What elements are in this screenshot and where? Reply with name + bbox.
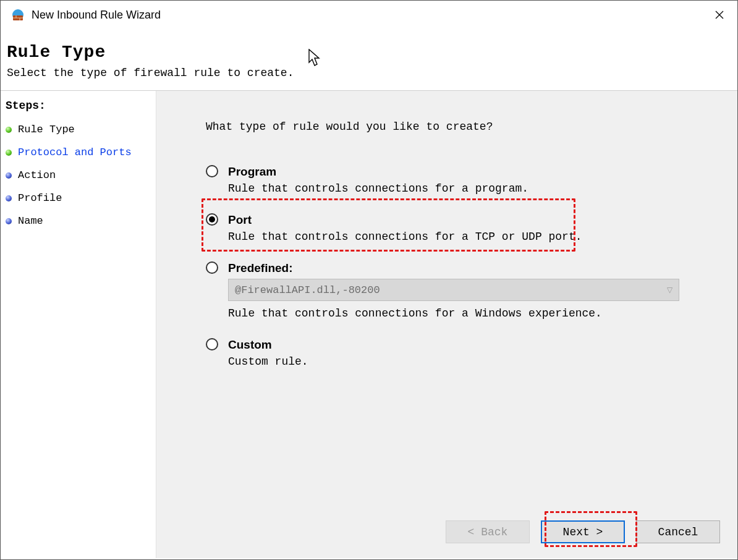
close-button[interactable] bbox=[705, 1, 734, 29]
radio-port[interactable] bbox=[206, 213, 218, 226]
page-title: Rule Type bbox=[7, 43, 731, 62]
option-custom: Custom Custom rule. bbox=[206, 334, 713, 379]
bullet-icon bbox=[6, 195, 12, 202]
radio-custom[interactable] bbox=[206, 338, 218, 350]
bullet-icon bbox=[6, 218, 12, 224]
header: Rule Type Select the type of firewall ru… bbox=[1, 29, 737, 90]
option-program: Program Rule that controls connections f… bbox=[206, 161, 713, 206]
option-desc: Custom rule. bbox=[228, 355, 713, 368]
option-desc: Rule that controls connections for a TCP… bbox=[228, 231, 713, 243]
next-label: Next > bbox=[563, 526, 603, 538]
bullet-icon bbox=[6, 127, 12, 133]
cancel-button[interactable]: Cancel bbox=[636, 520, 720, 543]
bullet-icon bbox=[6, 150, 12, 156]
option-predefined: Predefined: @FirewallAPI.dll,-80200 ▽ Ru… bbox=[206, 258, 713, 331]
body: Steps: Rule Type Protocol and Ports Acti… bbox=[1, 91, 737, 558]
radio-predefined[interactable] bbox=[206, 261, 218, 274]
option-title: Predefined: bbox=[228, 261, 713, 275]
step-action[interactable]: Action bbox=[6, 164, 151, 187]
option-title: Program bbox=[228, 165, 713, 179]
bullet-icon bbox=[6, 172, 12, 179]
rule-type-options: Program Rule that controls connections f… bbox=[206, 161, 713, 379]
option-desc: Rule that controls connections for a Win… bbox=[228, 307, 713, 320]
step-profile[interactable]: Profile bbox=[6, 187, 151, 210]
main-panel: What type of rule would you like to crea… bbox=[156, 91, 737, 558]
steps-sidebar: Steps: Rule Type Protocol and Ports Acti… bbox=[1, 91, 156, 558]
cancel-label: Cancel bbox=[658, 526, 698, 538]
next-button[interactable]: Next > bbox=[541, 520, 625, 543]
step-protocol-and-ports[interactable]: Protocol and Ports bbox=[6, 141, 151, 164]
step-label: Profile bbox=[18, 192, 62, 204]
step-name[interactable]: Name bbox=[6, 210, 151, 232]
step-label: Action bbox=[18, 169, 56, 181]
step-label: Name bbox=[18, 215, 43, 227]
option-desc: Rule that controls connections for a pro… bbox=[228, 182, 713, 195]
option-port: Port Rule that controls connections for … bbox=[206, 210, 713, 254]
combo-value: @FirewallAPI.dll,-80200 bbox=[235, 284, 667, 296]
firewall-app-icon bbox=[12, 9, 24, 21]
back-label: < Back bbox=[468, 526, 508, 538]
step-rule-type[interactable]: Rule Type bbox=[6, 118, 151, 141]
titlebar: New Inbound Rule Wizard bbox=[1, 1, 737, 29]
option-title: Custom bbox=[228, 338, 713, 352]
steps-heading: Steps: bbox=[6, 100, 151, 112]
wizard-window: New Inbound Rule Wizard Rule Type Select… bbox=[0, 0, 738, 560]
prompt-text: What type of rule would you like to crea… bbox=[206, 121, 713, 133]
step-label: Rule Type bbox=[18, 124, 75, 135]
page-subtitle: Select the type of firewall rule to crea… bbox=[7, 67, 731, 79]
window-title: New Inbound Rule Wizard bbox=[32, 9, 161, 22]
step-label: Protocol and Ports bbox=[18, 146, 132, 158]
predefined-combo[interactable]: @FirewallAPI.dll,-80200 ▽ bbox=[228, 279, 679, 301]
back-button: < Back bbox=[446, 520, 530, 543]
wizard-footer: < Back Next > Cancel bbox=[446, 520, 720, 543]
chevron-down-icon: ▽ bbox=[667, 286, 672, 294]
option-title: Port bbox=[228, 213, 713, 227]
radio-program[interactable] bbox=[206, 165, 218, 177]
